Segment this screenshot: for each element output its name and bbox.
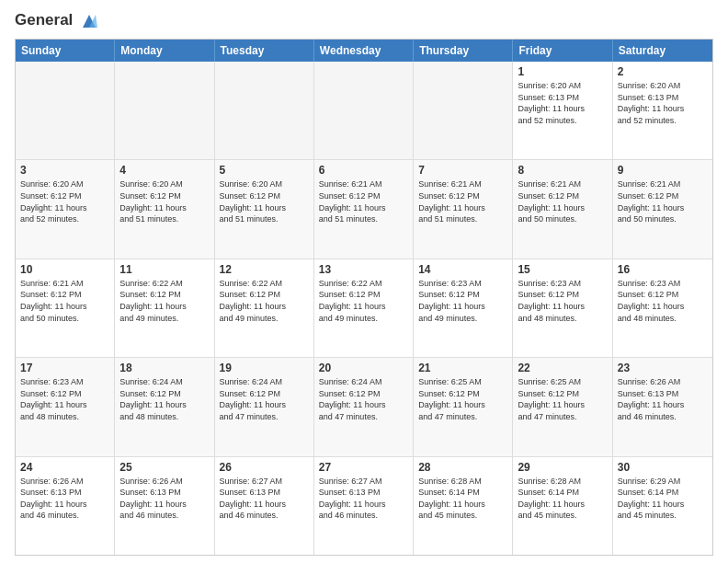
calendar-row-0: 1Sunrise: 6:20 AM Sunset: 6:13 PM Daylig…: [16, 62, 712, 159]
day-number: 28: [418, 461, 507, 474]
day-number: 19: [220, 362, 309, 374]
day-info: Sunrise: 6:25 AM Sunset: 6:12 PM Dayligh…: [518, 376, 607, 422]
day-number: 9: [618, 164, 708, 177]
day-cell-7: 7Sunrise: 6:21 AM Sunset: 6:12 PM Daylig…: [414, 160, 513, 258]
day-cell-8: 8Sunrise: 6:21 AM Sunset: 6:12 PM Daylig…: [513, 160, 612, 258]
day-number: 25: [119, 461, 209, 474]
day-number: 10: [20, 263, 109, 276]
day-number: 7: [418, 164, 507, 177]
day-info: Sunrise: 6:29 AM Sunset: 6:14 PM Dayligh…: [618, 476, 708, 522]
day-info: Sunrise: 6:26 AM Sunset: 6:13 PM Dayligh…: [618, 376, 708, 422]
day-cell-22: 22Sunrise: 6:25 AM Sunset: 6:12 PM Dayli…: [513, 358, 612, 455]
header-day-sunday: Sunday: [16, 40, 115, 62]
day-info: Sunrise: 6:24 AM Sunset: 6:12 PM Dayligh…: [119, 376, 209, 422]
calendar-header: SundayMondayTuesdayWednesdayThursdayFrid…: [16, 40, 712, 62]
day-number: 5: [220, 164, 309, 177]
empty-cell: [16, 62, 115, 159]
calendar-row-3: 17Sunrise: 6:23 AM Sunset: 6:12 PM Dayli…: [16, 357, 712, 455]
header-day-tuesday: Tuesday: [215, 40, 314, 62]
day-cell-24: 24Sunrise: 6:26 AM Sunset: 6:13 PM Dayli…: [16, 457, 115, 555]
day-cell-16: 16Sunrise: 6:23 AM Sunset: 6:12 PM Dayli…: [613, 259, 712, 357]
day-cell-25: 25Sunrise: 6:26 AM Sunset: 6:13 PM Dayli…: [115, 457, 214, 555]
day-info: Sunrise: 6:21 AM Sunset: 6:12 PM Dayligh…: [418, 178, 507, 224]
calendar-row-4: 24Sunrise: 6:26 AM Sunset: 6:13 PM Dayli…: [16, 456, 712, 555]
day-cell-29: 29Sunrise: 6:28 AM Sunset: 6:14 PM Dayli…: [513, 457, 612, 555]
day-info: Sunrise: 6:20 AM Sunset: 6:12 PM Dayligh…: [119, 178, 209, 224]
empty-cell: [115, 62, 214, 159]
day-number: 6: [319, 164, 408, 177]
day-info: Sunrise: 6:22 AM Sunset: 6:12 PM Dayligh…: [119, 278, 209, 324]
day-info: Sunrise: 6:21 AM Sunset: 6:12 PM Dayligh…: [20, 278, 109, 324]
day-info: Sunrise: 6:22 AM Sunset: 6:12 PM Dayligh…: [319, 278, 408, 324]
day-cell-12: 12Sunrise: 6:22 AM Sunset: 6:12 PM Dayli…: [215, 259, 314, 357]
day-info: Sunrise: 6:27 AM Sunset: 6:13 PM Dayligh…: [220, 476, 309, 522]
day-info: Sunrise: 6:20 AM Sunset: 6:12 PM Dayligh…: [20, 178, 109, 224]
day-number: 11: [119, 263, 209, 276]
day-info: Sunrise: 6:20 AM Sunset: 6:13 PM Dayligh…: [518, 80, 607, 126]
day-cell-23: 23Sunrise: 6:26 AM Sunset: 6:13 PM Dayli…: [613, 358, 712, 455]
day-cell-6: 6Sunrise: 6:21 AM Sunset: 6:12 PM Daylig…: [314, 160, 414, 258]
calendar-row-1: 3Sunrise: 6:20 AM Sunset: 6:12 PM Daylig…: [16, 159, 712, 258]
day-cell-11: 11Sunrise: 6:22 AM Sunset: 6:12 PM Dayli…: [115, 259, 214, 357]
day-cell-9: 9Sunrise: 6:21 AM Sunset: 6:12 PM Daylig…: [613, 160, 712, 258]
day-cell-28: 28Sunrise: 6:28 AM Sunset: 6:14 PM Dayli…: [414, 457, 513, 555]
day-number: 26: [220, 461, 309, 474]
calendar-body: 1Sunrise: 6:20 AM Sunset: 6:13 PM Daylig…: [16, 62, 712, 555]
day-info: Sunrise: 6:24 AM Sunset: 6:12 PM Dayligh…: [220, 376, 309, 422]
day-cell-13: 13Sunrise: 6:22 AM Sunset: 6:12 PM Dayli…: [314, 259, 414, 357]
day-number: 1: [518, 65, 607, 78]
header-day-thursday: Thursday: [414, 40, 513, 62]
day-info: Sunrise: 6:27 AM Sunset: 6:13 PM Dayligh…: [319, 476, 408, 522]
day-number: 18: [119, 362, 209, 374]
day-cell-21: 21Sunrise: 6:25 AM Sunset: 6:12 PM Dayli…: [414, 358, 513, 455]
day-cell-4: 4Sunrise: 6:20 AM Sunset: 6:12 PM Daylig…: [115, 160, 214, 258]
day-cell-20: 20Sunrise: 6:24 AM Sunset: 6:12 PM Dayli…: [314, 358, 414, 455]
day-number: 24: [20, 461, 109, 474]
day-cell-3: 3Sunrise: 6:20 AM Sunset: 6:12 PM Daylig…: [16, 160, 115, 258]
day-number: 4: [119, 164, 209, 177]
day-number: 22: [518, 362, 607, 374]
day-cell-30: 30Sunrise: 6:29 AM Sunset: 6:14 PM Dayli…: [613, 457, 712, 555]
day-number: 16: [618, 263, 708, 276]
day-info: Sunrise: 6:23 AM Sunset: 6:12 PM Dayligh…: [518, 278, 607, 324]
day-number: 21: [418, 362, 507, 374]
day-cell-18: 18Sunrise: 6:24 AM Sunset: 6:12 PM Dayli…: [115, 358, 214, 455]
day-cell-10: 10Sunrise: 6:21 AM Sunset: 6:12 PM Dayli…: [16, 259, 115, 357]
logo-general: General: [15, 11, 99, 31]
day-cell-26: 26Sunrise: 6:27 AM Sunset: 6:13 PM Dayli…: [215, 457, 314, 555]
day-info: Sunrise: 6:20 AM Sunset: 6:12 PM Dayligh…: [220, 178, 309, 224]
day-number: 27: [319, 461, 408, 474]
day-number: 2: [618, 65, 708, 78]
day-info: Sunrise: 6:28 AM Sunset: 6:14 PM Dayligh…: [418, 476, 507, 522]
day-number: 3: [20, 164, 109, 177]
day-info: Sunrise: 6:21 AM Sunset: 6:12 PM Dayligh…: [319, 178, 408, 224]
day-info: Sunrise: 6:23 AM Sunset: 6:12 PM Dayligh…: [20, 376, 109, 422]
day-info: Sunrise: 6:26 AM Sunset: 6:13 PM Dayligh…: [119, 476, 209, 522]
day-info: Sunrise: 6:26 AM Sunset: 6:13 PM Dayligh…: [20, 476, 109, 522]
day-cell-14: 14Sunrise: 6:23 AM Sunset: 6:12 PM Dayli…: [414, 259, 513, 357]
header-day-wednesday: Wednesday: [314, 40, 414, 62]
day-cell-17: 17Sunrise: 6:23 AM Sunset: 6:12 PM Dayli…: [16, 358, 115, 455]
header-day-saturday: Saturday: [613, 40, 712, 62]
header-day-friday: Friday: [513, 40, 612, 62]
day-cell-5: 5Sunrise: 6:20 AM Sunset: 6:12 PM Daylig…: [215, 160, 314, 258]
day-info: Sunrise: 6:25 AM Sunset: 6:12 PM Dayligh…: [418, 376, 507, 422]
day-number: 14: [418, 263, 507, 276]
day-cell-27: 27Sunrise: 6:27 AM Sunset: 6:13 PM Dayli…: [314, 457, 414, 555]
day-number: 30: [618, 461, 708, 474]
logo-icon: [79, 11, 99, 31]
day-info: Sunrise: 6:24 AM Sunset: 6:12 PM Dayligh…: [319, 376, 408, 422]
day-cell-19: 19Sunrise: 6:24 AM Sunset: 6:12 PM Dayli…: [215, 358, 314, 455]
day-info: Sunrise: 6:21 AM Sunset: 6:12 PM Dayligh…: [518, 178, 607, 224]
calendar-row-2: 10Sunrise: 6:21 AM Sunset: 6:12 PM Dayli…: [16, 259, 712, 357]
day-info: Sunrise: 6:28 AM Sunset: 6:14 PM Dayligh…: [518, 476, 607, 522]
logo: General: [15, 11, 99, 31]
day-number: 23: [618, 362, 708, 374]
day-number: 13: [319, 263, 408, 276]
day-number: 12: [220, 263, 309, 276]
empty-cell: [314, 62, 414, 159]
calendar: SundayMondayTuesdayWednesdayThursdayFrid…: [15, 39, 713, 556]
day-info: Sunrise: 6:21 AM Sunset: 6:12 PM Dayligh…: [618, 178, 708, 224]
header: General: [15, 11, 713, 31]
day-number: 15: [518, 263, 607, 276]
